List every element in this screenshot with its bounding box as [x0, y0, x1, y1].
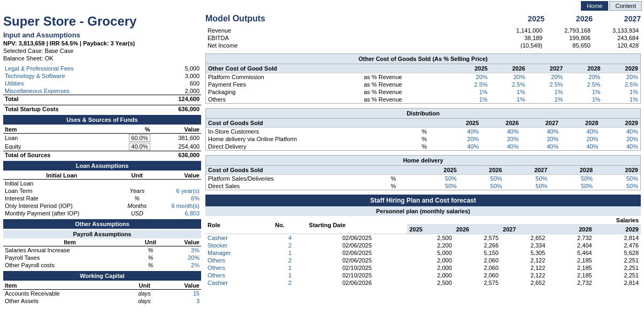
wc-unit: days	[128, 290, 162, 298]
dist-cell: 20%	[481, 135, 520, 143]
loan-item: Interest Rate	[3, 195, 120, 202]
hd-cell: 50%	[549, 182, 595, 190]
cogs-cell: 1%	[565, 96, 602, 103]
pers-no: 1	[273, 272, 306, 279]
pers-2029: 2,476	[594, 242, 641, 249]
pers-2026: 2,060	[454, 272, 501, 279]
loan-table: Initial Loan Unit Value Initial LoanLoan…	[3, 172, 201, 217]
pers-start: 02/06/2026	[307, 279, 408, 287]
wc-col-item: Item	[3, 282, 128, 290]
pers-start: 02/10/2025	[307, 264, 408, 272]
loan-col-item: Initial Loan	[3, 172, 120, 180]
loan-unit: USD	[120, 210, 154, 217]
right-panel: Model Outputs 2025 2026 2027 Revenue1,14…	[205, 14, 641, 305]
payroll-value: 2%	[165, 261, 201, 269]
payroll-table: Item Unit Value Salaries Annual Increase…	[3, 238, 201, 269]
personnel-header: Personnel plan (monthly salaries)	[205, 206, 641, 216]
output-y2025: 1,141,000	[496, 27, 545, 34]
dist-cell: %	[419, 143, 441, 150]
loan-value: 6%	[154, 195, 201, 202]
hd-col-label: Cost of Goods Sold	[206, 166, 389, 175]
year-2025-header: 2025	[496, 14, 545, 23]
dist-col-2026: 2026	[481, 119, 520, 128]
home-button[interactable]: Home	[581, 1, 608, 11]
dist-cell: 40%	[441, 143, 481, 150]
uses-value: 254,400	[152, 142, 201, 151]
pers-2026: 5,150	[454, 249, 501, 257]
dist-cell: 40%	[481, 143, 520, 150]
loan-item: Initial Loan	[3, 180, 120, 188]
pers-start: 02/06/2025	[307, 234, 408, 242]
hd-cell: 50%	[459, 182, 504, 190]
dist-cell: 20%	[521, 135, 561, 143]
uses-sources-header: Uses & Sources of Funds	[3, 115, 201, 125]
cogs-cell: 1%	[603, 88, 640, 96]
pers-role: Others	[205, 272, 273, 279]
dist-col-2025: 2025	[441, 119, 481, 128]
cogs-cell: 1%	[490, 96, 527, 103]
uses-sources-table: Item % Value Loan60.0%381,600Equity40.0%…	[3, 126, 201, 159]
left-panel: Super Store - Grocery Input and Assumpti…	[3, 14, 201, 305]
cogs-col-label: Other Cost of Good Sold	[206, 64, 362, 73]
pers-2025: 2,500	[407, 279, 454, 287]
salaries-header: Salaries	[407, 216, 641, 225]
hd-cell: 50%	[504, 182, 550, 190]
cogs-cell: 1%	[565, 88, 602, 96]
cogs-col-2025: 2025	[452, 64, 489, 73]
distribution-section: Distribution Cost of Goods Sold 2025 202…	[205, 108, 641, 151]
pers-start: 02/06/2025	[307, 242, 408, 249]
hd-cell: 50%	[595, 182, 640, 190]
working-capital-table: Item Unit Value Accounts Receivabledays1…	[3, 282, 201, 305]
wc-col-value: Value	[162, 282, 201, 290]
other-assumptions-header: Other Assumptions	[3, 219, 201, 229]
pers-2028: 2,185	[547, 272, 594, 279]
dist-col-2027: 2027	[521, 119, 561, 128]
cogs-cell: 1%	[452, 96, 489, 103]
dist-cell: %	[419, 135, 441, 143]
staff-header: Staff Hiring Plan and Cost forecast	[205, 195, 641, 206]
pers-2028: 2,732	[547, 234, 594, 242]
payroll-col-value: Value	[165, 238, 201, 246]
cogs-cell: 20%	[527, 73, 565, 81]
pers-col-2029: 2029	[594, 225, 641, 234]
output-y2025: 38,189	[496, 34, 545, 42]
pers-2029: 2,814	[594, 234, 641, 242]
content-button[interactable]: Content	[609, 1, 642, 11]
uses-value: 381,600	[152, 134, 201, 143]
pers-role: Others	[205, 264, 273, 272]
expense-label: Miscellaneous Expenses	[3, 87, 151, 95]
loan-unit: Months	[120, 202, 154, 210]
hd-col-2027: 2027	[504, 166, 550, 175]
cogs-cell: as % Revenue	[362, 73, 452, 81]
loan-item: Monthly Payment (after IOP)	[3, 210, 120, 217]
pers-2025: 2,000	[407, 272, 454, 279]
working-capital-header: Working Capital	[3, 271, 201, 281]
uses-item: Equity	[3, 142, 102, 151]
cogs-col-2028: 2028	[565, 64, 602, 73]
pers-2027: 2,122	[501, 257, 547, 264]
cogs-cell: 1%	[527, 88, 565, 96]
cogs-cell: Platform Commission	[206, 73, 362, 81]
expense-value: 124,600	[151, 95, 201, 103]
output-label: Net Income	[205, 42, 496, 49]
dist-cell: 40%	[601, 143, 640, 150]
pers-col-2026: 2026	[454, 225, 501, 234]
cogs-cell: 1%	[603, 96, 640, 103]
hd-cell: %	[389, 175, 413, 183]
payroll-item: Payroll Taxes	[3, 254, 136, 261]
model-outputs-title: Model Outputs	[205, 14, 265, 24]
expense-label: Legal & Professional Fees	[3, 65, 151, 72]
balance-sheet: Balance Sheet: OK	[3, 55, 201, 61]
output-y2026: 85,650	[545, 42, 593, 49]
pers-2028: 2,185	[547, 257, 594, 264]
cogs-cell: 20%	[565, 73, 602, 81]
pers-no: 4	[273, 234, 306, 242]
cogs-col-2026: 2026	[490, 64, 527, 73]
dist-cell: 20%	[601, 135, 640, 143]
loan-col-unit: Unit	[120, 172, 154, 180]
expense-value: 5,000	[151, 65, 201, 72]
pers-2027: 2,334	[501, 242, 547, 249]
cogs-cell: 2.5%	[603, 81, 640, 88]
pers-col-2028: 2028	[547, 225, 594, 234]
startup-costs-table: Total Startup Costs 636,000	[3, 105, 201, 113]
